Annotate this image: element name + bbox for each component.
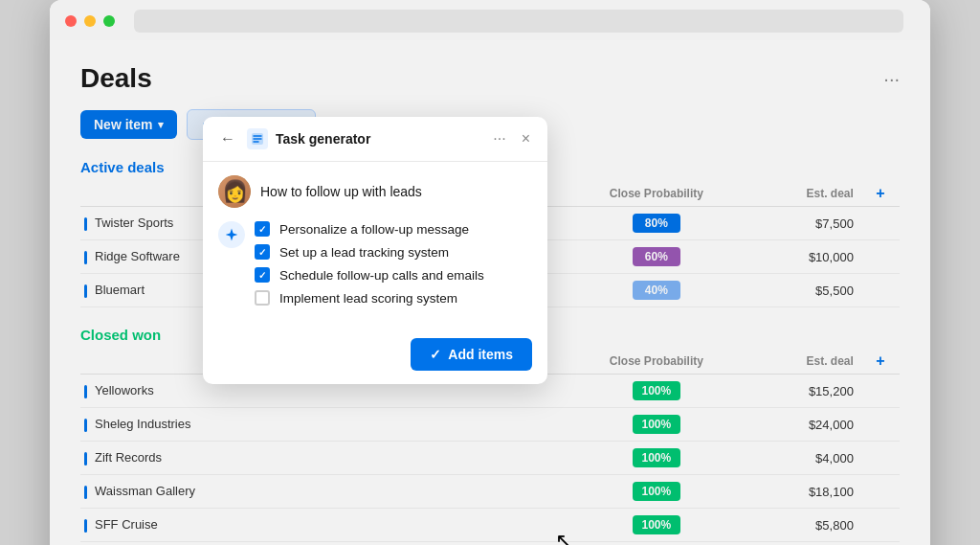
browser-addressbar	[134, 10, 903, 33]
add-items-check-icon: ✓	[430, 347, 441, 362]
add-items-button[interactable]: ✓ Add items	[411, 338, 532, 371]
task-label-3: Implement lead scoring system	[279, 291, 457, 306]
task-item[interactable]: Personalize a follow-up message	[255, 221, 484, 237]
task-label-2: Schedule follow-up calls and emails	[279, 268, 484, 283]
modal-footer: ✓ Add items	[203, 329, 547, 384]
modal-body: How to follow up with leads Personalize …	[203, 162, 547, 329]
ai-response-row: Personalize a follow-up message Set up a…	[218, 221, 532, 306]
task-label-0: Personalize a follow-up message	[279, 222, 469, 237]
close-icon: ×	[522, 130, 530, 147]
task-generator-modal: ← Task generator ··· ×	[203, 117, 547, 384]
browser-dot-yellow[interactable]	[84, 15, 96, 27]
modal-close-button[interactable]: ×	[518, 130, 534, 148]
modal-title: Task generator	[276, 131, 481, 147]
ai-icon	[218, 221, 245, 248]
browser-dot-red[interactable]	[65, 15, 77, 27]
query-row: How to follow up with leads	[218, 175, 532, 208]
tasks-list: Personalize a follow-up message Set up a…	[255, 221, 484, 306]
task-item[interactable]: Implement lead scoring system	[255, 290, 484, 306]
task-checkbox-0[interactable]	[255, 221, 270, 237]
app-content: Deals ··· New item ▾ AI Assistant Active…	[50, 40, 930, 545]
task-item[interactable]: Schedule follow-up calls and emails	[255, 267, 484, 283]
browser-chrome	[50, 0, 930, 40]
back-arrow-icon: ←	[220, 130, 235, 147]
task-checkbox-3[interactable]	[255, 290, 270, 306]
ai-sparkle-icon	[224, 227, 239, 242]
task-checkbox-2[interactable]	[255, 267, 270, 283]
browser-window: Deals ··· New item ▾ AI Assistant Active…	[50, 0, 930, 545]
avatar-face	[218, 175, 251, 208]
task-item[interactable]: Set up a lead tracking system	[255, 244, 484, 260]
task-icon	[247, 128, 268, 149]
query-text: How to follow up with leads	[260, 184, 422, 199]
modal-more-icon[interactable]: ···	[489, 130, 509, 148]
modal-back-button[interactable]: ←	[216, 130, 239, 148]
task-label-1: Set up a lead tracking system	[279, 245, 449, 260]
task-list-icon	[251, 132, 264, 146]
add-items-label: Add items	[448, 347, 513, 362]
avatar	[218, 175, 251, 208]
modal-header: ← Task generator ··· ×	[203, 117, 547, 162]
task-checkbox-1[interactable]	[255, 244, 270, 260]
browser-dot-green[interactable]	[103, 15, 115, 27]
